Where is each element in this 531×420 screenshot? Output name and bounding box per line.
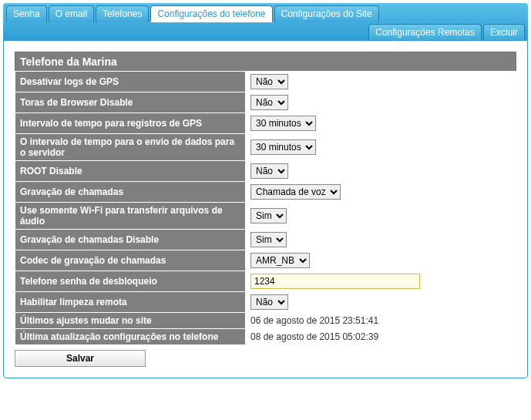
settings-table: Desativar logs de GPS Não Toras de Brows…: [15, 71, 516, 345]
save-row: Salvar: [15, 350, 516, 367]
label-disable-gps-logs: Desativar logs de GPS: [15, 72, 246, 92]
select-remote-wipe[interactable]: Não: [250, 294, 288, 310]
select-call-recording-disable[interactable]: Sim: [250, 232, 287, 247]
select-call-recording[interactable]: Chamada de voz: [250, 184, 341, 200]
table-row: Use somente Wi-Fi para transferir arquiv…: [15, 203, 516, 230]
table-row: Toras de Browser Disable Não: [15, 92, 516, 113]
select-codec[interactable]: AMR_NB: [250, 253, 310, 268]
table-row: Codec de gravação de chamadas AMR_NB: [15, 250, 516, 271]
label-last-site-change: Últimos ajustes mudar no site: [15, 313, 246, 329]
value-cell: 30 minutos: [246, 113, 516, 134]
value-cell: [246, 271, 516, 292]
tab-telefones[interactable]: Telefones: [96, 5, 149, 22]
table-row: Última atualização configurações no tele…: [15, 329, 516, 345]
value-last-site-change: 06 de agosto de 2015 23:51:41: [246, 313, 516, 329]
label-root-disable: ROOT Disable: [15, 161, 246, 182]
label-last-phone-update: Última atualização configurações no tele…: [15, 329, 246, 345]
value-cell: 30 minutos: [246, 134, 516, 161]
tab-senha[interactable]: Senha: [6, 5, 47, 22]
table-row: ROOT Disable Não: [15, 161, 516, 182]
input-unlock-pwd[interactable]: [250, 274, 420, 289]
save-button[interactable]: Salvar: [15, 350, 146, 367]
value-last-phone-update: 08 de agosto de 2015 05:02:39: [246, 329, 516, 345]
select-gps-interval[interactable]: 30 minutos: [250, 116, 316, 131]
settings-panel: Telefone da Marina Desativar logs de GPS…: [3, 40, 528, 378]
tab-bar: Senha O email Telefones Configurações do…: [3, 3, 528, 40]
label-remote-wipe: Habilitar limpeza remota: [15, 292, 246, 313]
value-cell: Sim: [246, 230, 516, 250]
value-cell: Chamada de voz: [246, 182, 516, 203]
tab-excluir[interactable]: Excluir: [483, 24, 525, 40]
tab-config-site[interactable]: Configurações do Site: [274, 5, 379, 22]
value-cell: Não: [246, 92, 516, 113]
select-browser-logs-disable[interactable]: Não: [250, 95, 288, 110]
select-wifi-only[interactable]: Sim: [250, 208, 287, 223]
value-cell: Não: [246, 292, 516, 313]
table-row: Gravação de chamadas Chamada de voz: [15, 182, 516, 203]
table-row: Habilitar limpeza remota Não: [15, 292, 516, 313]
select-disable-gps-logs[interactable]: Não: [250, 74, 288, 89]
tab-row-2: Configurações Remotas Excluir: [6, 24, 525, 40]
table-row: Gravação de chamadas Disable Sim: [15, 230, 516, 250]
table-row: Telefone senha de desbloqueio: [15, 271, 516, 292]
value-cell: Não: [246, 161, 516, 182]
label-call-recording-disable: Gravação de chamadas Disable: [15, 230, 246, 250]
label-upload-interval: O intervalo de tempo para o envio de dad…: [15, 134, 246, 161]
tab-config-remotas[interactable]: Configurações Remotas: [368, 24, 482, 40]
table-row: Intervalo de tempo para registros de GPS…: [15, 113, 516, 134]
tab-row-1: Senha O email Telefones Configurações do…: [6, 5, 525, 22]
value-cell: AMR_NB: [246, 250, 516, 271]
section-title: Telefone da Marina: [15, 52, 516, 71]
table-row: Últimos ajustes mudar no site 06 de agos…: [15, 313, 516, 329]
value-cell: Sim: [246, 203, 516, 230]
table-row: O intervalo de tempo para o envio de dad…: [15, 134, 516, 161]
label-wifi-only: Use somente Wi-Fi para transferir arquiv…: [15, 203, 246, 230]
select-root-disable[interactable]: Não: [250, 163, 288, 179]
label-browser-logs-disable: Toras de Browser Disable: [15, 92, 246, 113]
label-unlock-pwd: Telefone senha de desbloqueio: [15, 271, 246, 292]
label-gps-interval: Intervalo de tempo para registros de GPS: [15, 113, 246, 134]
label-codec: Codec de gravação de chamadas: [15, 250, 246, 271]
value-cell: Não: [246, 72, 516, 92]
tab-email[interactable]: O email: [49, 5, 94, 22]
tab-config-telefone[interactable]: Configurações do telefone: [150, 5, 272, 22]
select-upload-interval[interactable]: 30 minutos: [250, 139, 316, 155]
label-call-recording: Gravação de chamadas: [15, 182, 246, 203]
table-row: Desativar logs de GPS Não: [15, 72, 516, 92]
